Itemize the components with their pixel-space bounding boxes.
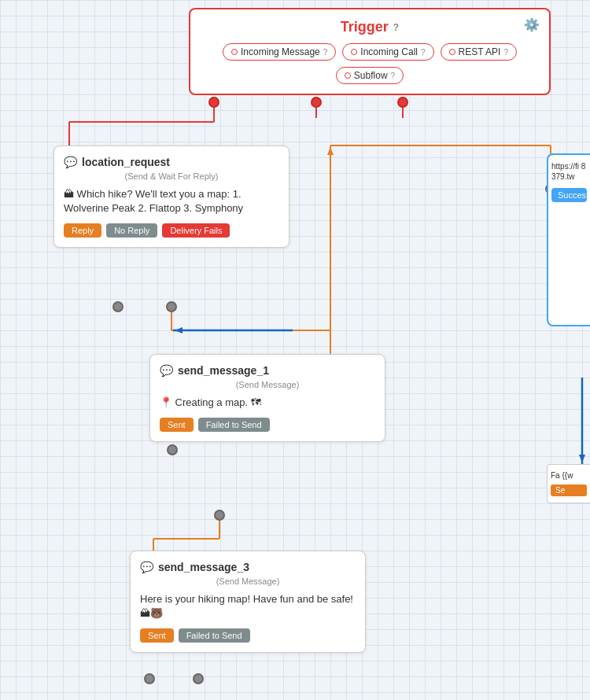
send-message-3-title: 💬 send_message_3 (140, 561, 356, 573)
svg-point-29 (215, 510, 224, 520)
send-message-1-node: 💬 send_message_1 (Send Message) 📍 Creati… (149, 354, 385, 442)
success-badge[interactable]: Success (551, 188, 587, 202)
send-message-1-badges: Sent Failed to Send (160, 418, 375, 432)
location-request-node: 💬 location_request (Send & Wait For Repl… (53, 146, 289, 248)
location-request-body: 🏔 Which hike? We'll text you a map: 1. W… (64, 187, 279, 216)
trigger-help-icon[interactable]: ? (393, 22, 399, 33)
svg-point-28 (168, 445, 177, 455)
location-request-title: 💬 location_request (64, 156, 279, 168)
svg-point-22 (209, 98, 219, 107)
svg-point-32 (145, 674, 154, 683)
right-panel: https://fi 8379.tw Success (547, 153, 590, 326)
location-request-subtitle: (Send & Wait For Reply) (64, 171, 279, 181)
send-message-1-subtitle: (Send Message) (160, 380, 375, 389)
location-request-badges: Reply No Reply Delivery Fails (64, 223, 279, 238)
failed-to-send-badge-3[interactable]: Failed to Send (179, 628, 250, 643)
right-panel-url: https://fi 8379.tw (551, 161, 587, 182)
trigger-subflow[interactable]: Subflow ? (336, 67, 404, 84)
svg-point-24 (398, 98, 407, 107)
trigger-incoming-message[interactable]: Incoming Message ? (223, 43, 336, 61)
send-message-1-body: 📍 Creating a map. 🗺 (160, 396, 375, 410)
svg-marker-9 (327, 147, 334, 155)
trigger-incoming-call[interactable]: Incoming Call ? (342, 43, 433, 61)
message-icon: 💬 (64, 156, 77, 168)
failed-to-send-badge[interactable]: Failed to Send (198, 418, 270, 432)
right-partial-node: Fa {{w Se (547, 464, 590, 503)
reply-badge[interactable]: Reply (64, 223, 101, 238)
svg-point-27 (167, 302, 176, 311)
svg-point-31 (194, 674, 203, 683)
svg-marker-21 (579, 455, 585, 462)
svg-point-23 (312, 98, 321, 107)
trigger-rest-api[interactable]: REST API ? (441, 43, 517, 61)
trigger-options: Incoming Message ? Incoming Call ? REST … (200, 43, 540, 84)
sent-badge-3[interactable]: Sent (140, 628, 174, 643)
send-message-3-badges: Sent Failed to Send (140, 628, 356, 643)
send-message-1-title: 💬 send_message_1 (160, 364, 375, 377)
svg-point-26 (113, 302, 123, 311)
send-message-3-node: 💬 send_message_3 (Send Message) Here is … (130, 551, 366, 653)
no-reply-badge[interactable]: No Reply (106, 223, 157, 238)
message-icon: 💬 (160, 364, 173, 377)
message-icon: 💬 (140, 561, 153, 573)
right-partial-text: Fa {{w (551, 471, 587, 480)
delivery-fails-badge[interactable]: Delivery Fails (162, 223, 230, 238)
send-message-3-subtitle: (Send Message) (140, 577, 356, 586)
sent-badge[interactable]: Sent (160, 418, 194, 432)
trigger-title: Trigger ? (200, 19, 540, 35)
gear-icon[interactable]: ⚙️ (524, 17, 540, 32)
svg-marker-19 (175, 327, 183, 333)
right-partial-badge[interactable]: Se (551, 484, 587, 496)
send-message-3-body: Here is your hiking map! Have fun and be… (140, 592, 356, 621)
trigger-node: ⚙️ Trigger ? Incoming Message ? Incoming… (189, 8, 551, 95)
